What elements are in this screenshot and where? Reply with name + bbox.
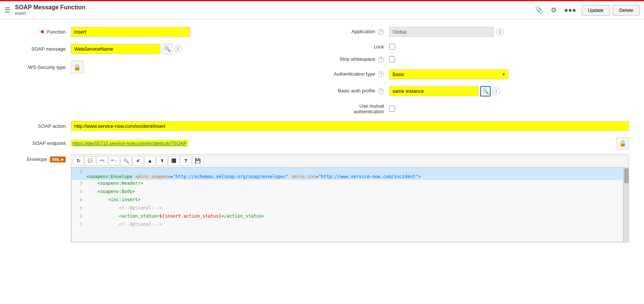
soap-endpoint-lock-icon[interactable]: 🔒 [616,137,629,150]
delete-button[interactable]: Delete [613,5,640,16]
basic-auth-help-icon[interactable]: ? [378,88,384,94]
validate-icon[interactable]: ✔ [132,156,144,166]
mutual-auth-label: Use mutual authentication [333,103,389,114]
application-row: Application ? i [333,27,629,37]
line-content-4: <inc:insert> [85,196,623,203]
strip-whitespace-checkbox[interactable] [389,56,395,62]
code-line-3: 3 <soapenv:Body> [72,188,623,196]
save-icon[interactable]: 💾 [192,156,203,166]
menu-icon[interactable]: ☰ [4,6,10,14]
line-num-7: 7 [72,221,85,227]
refresh-icon[interactable]: ↻ [73,156,84,166]
editor-scrollbar-thumb [624,168,629,183]
basic-auth-row: Basic auth profile ? 🔍 i [333,86,629,96]
application-label: Application ? [333,29,389,35]
form-section: ✱ Function SOAP message 🔍 i WS-Security … [15,27,629,121]
soap-action-row: SOAP action [15,121,629,131]
auth-type-help-icon[interactable]: ? [378,71,384,77]
line-num-5: 5 [72,205,85,210]
header-title-block: SOAP Message Function insert [15,4,533,16]
header-title: SOAP Message Function [15,4,533,11]
xml-badge[interactable]: XML ▶ [50,156,66,162]
line-content-3: <soapenv:Body> [85,188,623,195]
lock-label: Lock [333,44,389,50]
comment-icon[interactable]: 💬 [85,156,96,166]
paperclip-icon[interactable]: 📎 [533,4,545,16]
soap-message-info-icon[interactable]: i [174,45,182,53]
lock-row: Lock [333,44,629,50]
line-content-7: <!--Optional:--> [85,221,623,228]
header-subtitle: insert [15,11,533,16]
ws-security-label: WS-Security type [15,64,71,70]
mutual-auth-checkbox[interactable] [389,106,395,112]
sort-icon[interactable]: ᵃᵇ↕ [97,156,108,166]
mutual-auth-row: Use mutual authentication [333,103,629,114]
auth-type-row: Authentication type ? Basic None OAuth [333,69,629,79]
line-content-5: <!--Optional:--> [85,205,623,211]
editor-toolbar: ↻ 💬 ᵃᵇ↕ ᵃᵇ→ 🔍 ✔ ▲ ⬆ ⬛ ? 💾 [71,154,629,167]
code-line-5: 5 <!--Optional:--> [72,205,623,213]
editor-scrollbar[interactable] [623,168,629,242]
header: ☰ SOAP Message Function insert 📎 ⚙ ●●● U… [0,0,644,19]
line-num-4: 4 [72,196,85,202]
xml-badge-arrow-icon: ▶ [61,158,64,161]
line-num-2: 2 [72,180,85,186]
envelope-label: Envelope XML ▶ [15,154,71,162]
help-icon[interactable]: ? [180,156,191,166]
code-line-4: 4 <inc:insert> [72,196,623,205]
strip-whitespace-label: Strip whitespace ? [333,56,389,63]
soap-message-input[interactable] [71,44,160,54]
auth-type-select-wrapper: Basic None OAuth [389,69,509,79]
lock-checkbox[interactable] [389,44,395,50]
envelope-content: ↻ 💬 ᵃᵇ↕ ᵃᵇ→ 🔍 ✔ ▲ ⬆ ⬛ ? 💾 1 <soapenv:En [71,154,629,243]
update-button[interactable]: Update [582,5,610,16]
basic-auth-label: Basic auth profile ? [333,88,389,94]
code-editor-wrapper: 1 <soapenv:Envelope xmlns:soapenv="http:… [71,167,629,243]
envelope-row: Envelope XML ▶ ↻ 💬 ᵃᵇ↕ ᵃᵇ→ 🔍 ✔ ▲ ⬆ ⬛ ? 💾 [15,154,629,243]
code-line-7: 7 <!--Optional:--> [72,221,623,229]
search-icon[interactable]: 🔍 [121,156,132,166]
basic-auth-input[interactable] [389,86,479,96]
auth-type-label: Authentication type ? [333,71,389,77]
function-input[interactable] [71,27,190,37]
expand-icon[interactable]: ⬆ [156,156,168,166]
soap-action-label: SOAP action [15,123,71,129]
function-row: ✱ Function [15,27,311,37]
line-content-2: <soapenv:Header/> [85,180,623,187]
basic-auth-info-icon[interactable]: i [492,87,500,95]
code-line-2: 2 <soapenv:Header/> [72,180,623,188]
application-help-icon[interactable]: ? [378,29,384,35]
form-left: ✱ Function SOAP message 🔍 i WS-Security … [15,27,311,121]
ws-security-lock-icon[interactable]: 🔒 [71,61,84,73]
ws-security-row: WS-Security type 🔒 [15,61,311,73]
code-editor[interactable]: 1 <soapenv:Envelope xmlns:soapenv="http:… [71,168,623,242]
application-input [389,27,494,37]
soap-endpoint-row: SOAP endpoint https://dev55710.service-n… [15,137,629,150]
basic-auth-search-icon[interactable]: 🔍 [480,86,491,96]
header-actions: 📎 ⚙ ●●● Update Delete [533,4,640,16]
soap-message-label: SOAP message [15,46,71,52]
basic-auth-input-group: 🔍 i [389,86,500,96]
application-info-icon[interactable]: i [496,28,504,36]
strip-whitespace-help-icon[interactable]: ? [378,57,384,63]
code-line-6: 6 <action_status>${insert.action_status}… [72,213,623,221]
sliders-icon[interactable]: ⚙ [548,4,559,16]
fullscreen-icon[interactable]: ⬛ [168,156,179,166]
line-content-6: <action_status>${insert.action_status}</… [85,213,623,219]
strip-whitespace-row: Strip whitespace ? [333,56,629,63]
soap-message-row: SOAP message 🔍 i [15,44,311,54]
required-star: ✱ [40,29,44,35]
function-label: ✱ Function [15,29,71,35]
more-options-icon[interactable]: ●●● [562,5,579,16]
application-input-group: i [389,27,504,37]
auth-type-select[interactable]: Basic None OAuth [389,69,509,79]
soap-endpoint-link[interactable]: https://dev55710.service-now.com/inciden… [71,140,188,147]
soap-action-input[interactable] [71,121,629,131]
soap-message-input-group: 🔍 i [71,44,182,54]
move-up-icon[interactable]: ▲ [144,156,156,166]
soap-message-search-icon[interactable]: 🔍 [162,44,172,54]
soap-endpoint-label: SOAP endpoint [15,140,71,146]
insert-icon[interactable]: ᵃᵇ→ [109,156,120,166]
main-content: ✱ Function SOAP message 🔍 i WS-Security … [0,19,644,304]
line-num-3: 3 [72,188,85,194]
